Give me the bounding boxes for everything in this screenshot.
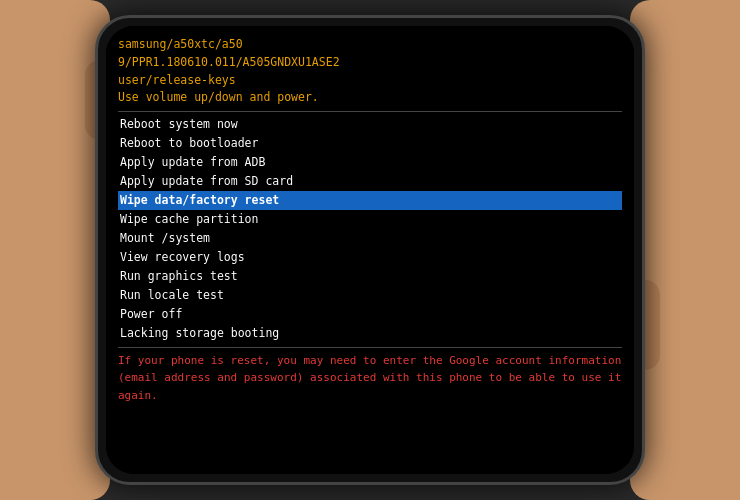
phone-inner: samsung/a50xtc/a50 9/PPR1.180610.011/A50… — [106, 26, 634, 474]
header-line4: Use volume up/down and power. — [118, 89, 622, 107]
divider-bottom — [118, 347, 622, 348]
screen: samsung/a50xtc/a50 9/PPR1.180610.011/A50… — [106, 26, 634, 474]
header-line3: user/release-keys — [118, 72, 622, 90]
menu-item-graphics-test[interactable]: Run graphics test — [118, 267, 622, 286]
menu-item-reboot-system[interactable]: Reboot system now — [118, 115, 622, 134]
menu-item-reboot-bootloader[interactable]: Reboot to bootloader — [118, 134, 622, 153]
menu-item-lacking-storage[interactable]: Lacking storage booting — [118, 324, 622, 343]
recovery-menu: Reboot system now Reboot to bootloader A… — [118, 115, 622, 343]
header-line2: 9/PPR1.180610.011/A505GNDXU1ASE2 — [118, 54, 622, 72]
phone: samsung/a50xtc/a50 9/PPR1.180610.011/A50… — [95, 15, 645, 485]
menu-item-locale-test[interactable]: Run locale test — [118, 286, 622, 305]
divider-top — [118, 111, 622, 112]
menu-item-wipe-cache[interactable]: Wipe cache partition — [118, 210, 622, 229]
menu-item-mount-system[interactable]: Mount /system — [118, 229, 622, 248]
menu-item-power-off[interactable]: Power off — [118, 305, 622, 324]
header-info: samsung/a50xtc/a50 9/PPR1.180610.011/A50… — [118, 36, 622, 107]
menu-item-view-logs[interactable]: View recovery logs — [118, 248, 622, 267]
menu-item-apply-sd[interactable]: Apply update from SD card — [118, 172, 622, 191]
scene: samsung/a50xtc/a50 9/PPR1.180610.011/A50… — [0, 0, 740, 500]
warning-message: If your phone is reset, you may need to … — [118, 352, 622, 405]
hand-right — [630, 0, 740, 500]
menu-item-wipe-factory[interactable]: Wipe data/factory reset — [118, 191, 622, 210]
header-line1: samsung/a50xtc/a50 — [118, 36, 622, 54]
menu-item-apply-adb[interactable]: Apply update from ADB — [118, 153, 622, 172]
hand-left — [0, 0, 110, 500]
